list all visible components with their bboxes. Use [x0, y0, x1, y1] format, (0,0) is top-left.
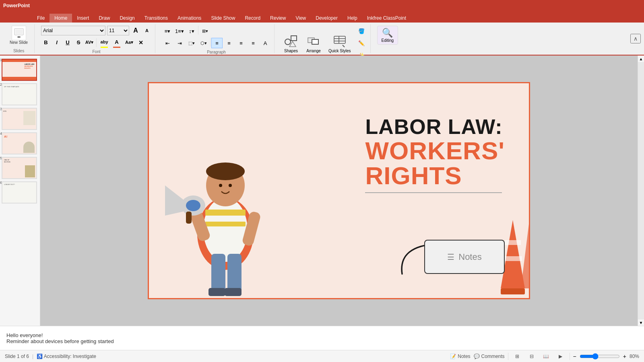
- scroll-track[interactable]: [638, 62, 644, 319]
- slideshow-view-button[interactable]: ▶: [555, 352, 566, 361]
- justify-button[interactable]: ≡: [248, 38, 259, 48]
- zoom-level[interactable]: 80%: [630, 354, 639, 359]
- line-spacing-button[interactable]: ↕▾: [186, 26, 197, 36]
- reading-view-button[interactable]: 📖: [541, 352, 552, 361]
- tab-inkfree[interactable]: Inkfree ClassPoint: [362, 14, 411, 23]
- ribbon-collapse-button[interactable]: ∧: [630, 34, 641, 43]
- line-color-button[interactable]: ✏️: [356, 38, 367, 48]
- paint-bucket-button[interactable]: 🪣: [356, 26, 367, 36]
- align-left-button[interactable]: ≡: [211, 38, 223, 48]
- canvas-area[interactable]: LABOR LAW: WORKERS' RIGHTS ☰ Notes: [40, 56, 638, 326]
- decrease-indent-button[interactable]: ⇤: [162, 38, 173, 48]
- tab-animations[interactable]: Animations: [173, 14, 206, 23]
- tab-insert[interactable]: Insert: [72, 14, 94, 23]
- slide[interactable]: LABOR LAW: WORKERS' RIGHTS ☰ Notes: [148, 82, 530, 299]
- strikethrough-button[interactable]: S: [74, 38, 83, 47]
- zoom-out-button[interactable]: −: [573, 353, 576, 360]
- svg-point-23: [206, 162, 245, 180]
- tab-slideshow[interactable]: Slide Show: [206, 14, 240, 23]
- thumb-top-bar: [2, 60, 36, 62]
- new-slide-button[interactable]: New Slide: [6, 24, 31, 46]
- decrease-font-button[interactable]: A: [142, 26, 152, 35]
- editing-label: Editing: [382, 38, 394, 43]
- numbering-button[interactable]: 1≡▾: [174, 26, 185, 36]
- scroll-up-button[interactable]: ▲: [638, 56, 644, 62]
- notes-panel[interactable]: Hello everyone! Reminder about devices b…: [0, 326, 644, 350]
- shapes-button[interactable]: Shapes: [281, 32, 301, 55]
- paragraph-section: ≡▾ 1≡▾ ↕▾ ⊞▾ ⇤ ⇥ ⬚▾ ⬡▾ ≡ ≡ ≡ ≡ A Paragra…: [159, 24, 275, 53]
- accessibility-label: Accessibility: Investigate: [44, 354, 96, 359]
- slide-title-line3: RIGHTS: [365, 163, 505, 188]
- font-size-select[interactable]: 11: [107, 26, 129, 35]
- text-shadow-button[interactable]: A: [260, 38, 271, 48]
- comments-button[interactable]: 💬 Comments: [474, 354, 505, 359]
- increase-font-button[interactable]: A: [131, 26, 140, 35]
- clear-format-button[interactable]: ✕: [136, 38, 146, 47]
- editing-button[interactable]: 🔍 Editing: [377, 26, 398, 45]
- new-slide-label: New Slide: [10, 40, 28, 45]
- notes-button[interactable]: 📝 Notes: [450, 354, 470, 359]
- highlight-button[interactable]: aby: [99, 37, 110, 47]
- italic-button[interactable]: I: [52, 38, 62, 47]
- underline-button[interactable]: U: [63, 38, 72, 47]
- tab-record[interactable]: Record: [240, 14, 265, 23]
- slide-thumb-4[interactable]: A!: [2, 132, 37, 154]
- shapes-label: Shapes: [284, 49, 298, 53]
- svg-marker-36: [521, 224, 530, 288]
- char-spacing-button[interactable]: AV▾: [85, 38, 94, 47]
- tab-help[interactable]: Help: [343, 14, 362, 23]
- slide-thumb-6[interactable]: LONGER TEXT?: [2, 181, 37, 204]
- change-case-button[interactable]: Aa▾: [124, 38, 135, 47]
- svg-point-29: [186, 200, 200, 211]
- notes-callout-box[interactable]: ☰ Notes: [424, 240, 505, 274]
- svg-rect-33: [501, 288, 525, 294]
- tab-developer[interactable]: Developer: [311, 14, 343, 23]
- bold-button[interactable]: B: [41, 38, 51, 47]
- convert-smartart-button[interactable]: ⬡▾: [198, 38, 209, 48]
- arrange-button[interactable]: Arrange: [303, 32, 324, 55]
- svg-rect-9: [334, 36, 345, 43]
- slide-thumb-1[interactable]: LABOR LAW:WORKERS'RIGHTS: [2, 59, 37, 81]
- highlight-color-indicator: [101, 47, 108, 48]
- tab-transitions[interactable]: Transitions: [140, 14, 173, 23]
- para-row-1: ≡▾ 1≡▾ ↕▾ ⊞▾: [162, 26, 271, 36]
- font-section: Arial 11 A A B I U S AV▾ aby A Aa▾ ✕: [38, 24, 155, 53]
- normal-view-button[interactable]: ⊞: [512, 352, 523, 361]
- zoom-slider[interactable]: [580, 353, 620, 360]
- tab-home[interactable]: Home: [50, 14, 72, 23]
- slide-sorter-button[interactable]: ⊟: [526, 352, 537, 361]
- slide-thumb-2[interactable]: OF THIS TEMPLATE: [2, 83, 37, 105]
- para-row-2: ⇤ ⇥ ⬚▾ ⬡▾ ≡ ≡ ≡ ≡ A: [162, 38, 271, 48]
- main-area: 1 LABOR LAW:WORKERS'RIGHTS 2 OF THIS TEM…: [0, 56, 644, 326]
- status-divider-1: |: [32, 354, 33, 359]
- slide-thumb-3[interactable]: NTS: [2, 108, 37, 130]
- font-color-button[interactable]: A: [111, 37, 122, 47]
- scroll-down-button[interactable]: ▼: [638, 319, 644, 326]
- app-bar: PowerPoint: [0, 0, 644, 11]
- align-center-button[interactable]: ≡: [223, 38, 235, 48]
- align-right-button[interactable]: ≡: [235, 38, 247, 48]
- tab-view[interactable]: View: [291, 14, 311, 23]
- status-divider-3: [570, 353, 570, 360]
- slide-thumb-5[interactable]: ONE OFSECTION: [2, 157, 37, 179]
- tab-draw[interactable]: Draw: [94, 14, 115, 23]
- svg-rect-35: [504, 256, 522, 261]
- tab-review[interactable]: Review: [265, 14, 291, 23]
- font-name-select[interactable]: Arial: [41, 26, 105, 35]
- increase-indent-button[interactable]: ⇥: [174, 38, 185, 48]
- text-direction-button[interactable]: ⬚▾: [186, 38, 197, 48]
- bullets-button[interactable]: ≡▾: [162, 26, 173, 36]
- quick-styles-button[interactable]: Quick Styles: [326, 32, 353, 55]
- slides-section-label: Slides: [13, 49, 24, 53]
- tab-design[interactable]: Design: [115, 14, 139, 23]
- svg-rect-5: [291, 36, 297, 41]
- comments-icon: 💬: [474, 354, 480, 359]
- svg-rect-20: [208, 288, 225, 296]
- accessibility-status[interactable]: ♿ Accessibility: Investigate: [37, 354, 96, 359]
- worker-illustration-area: [161, 97, 290, 298]
- tab-file[interactable]: File: [32, 14, 50, 23]
- zoom-in-button[interactable]: +: [623, 353, 626, 360]
- svg-rect-17: [205, 222, 246, 226]
- columns-button[interactable]: ⊞▾: [199, 26, 211, 36]
- new-slide-icon: [12, 26, 26, 40]
